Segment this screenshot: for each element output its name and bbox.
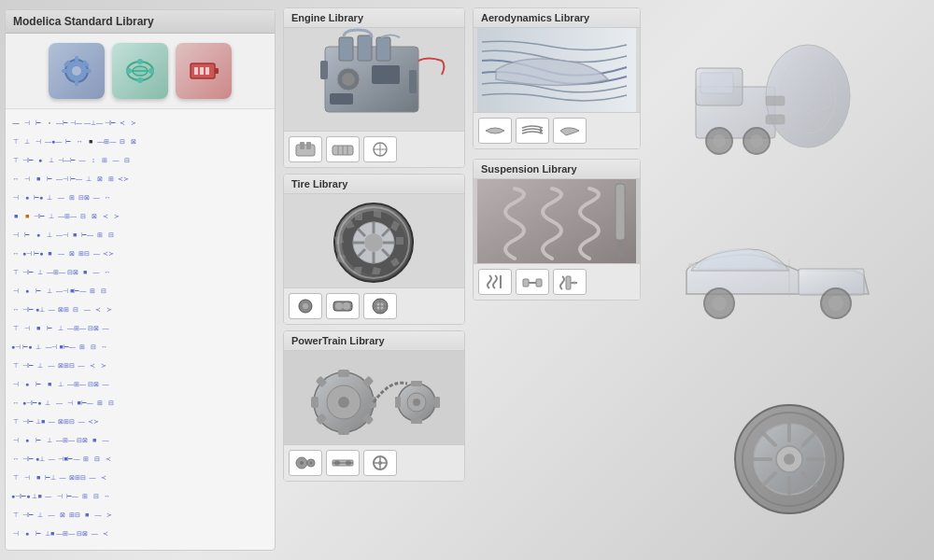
engine-icon-1[interactable] bbox=[289, 136, 322, 162]
svg-point-115 bbox=[712, 296, 727, 311]
svg-point-110 bbox=[750, 134, 763, 147]
symbol-row: ⊣●⊢⊥■—⊞—⊟⊠—≺ bbox=[7, 524, 273, 542]
aero-icon-1[interactable] bbox=[478, 118, 512, 144]
gear-icon[interactable] bbox=[49, 43, 105, 99]
symbol-rows: —⊣⊢▪—⊢⊣——⊥—⊣⊢≺≻ ⊤⊥⊣—●—⊢↔■—⊞—⊟⊠ ⊤⊣⊢●⊥⊣—⊢—… bbox=[6, 109, 275, 551]
svg-point-57 bbox=[343, 302, 350, 310]
svg-rect-79 bbox=[434, 397, 440, 408]
engine-library-title: Engine Library bbox=[284, 8, 464, 28]
symbol-row: ⊣●⊢⊥—⊞—⊟⊠■— bbox=[7, 430, 273, 449]
engine-library-card: Engine Library bbox=[283, 7, 465, 168]
svg-rect-4 bbox=[62, 69, 69, 73]
svg-point-108 bbox=[713, 134, 726, 147]
svg-point-54 bbox=[303, 303, 308, 309]
symbol-row: ⊤⊣⊢⊥■—⊠⊞⊟—≺≻ bbox=[7, 412, 273, 430]
connection-icon[interactable] bbox=[112, 43, 168, 99]
svg-rect-101 bbox=[566, 276, 571, 289]
svg-point-13 bbox=[137, 59, 143, 64]
symbol-row: ⊤⊣⊢⊥—⊠⊞⊟—≺≻ bbox=[7, 356, 273, 374]
svg-rect-21 bbox=[339, 37, 353, 61]
svg-rect-95 bbox=[616, 184, 625, 240]
engine-icon-2[interactable] bbox=[326, 136, 360, 162]
tire-small-icons bbox=[284, 287, 464, 324]
suspension-icon-3[interactable] bbox=[553, 269, 587, 295]
symbol-row: ↔⊣■⊢—⊣⊢—⊥⊠⊞≺≻ bbox=[7, 169, 273, 188]
tire-library-card: Tire Library bbox=[283, 174, 465, 325]
symbol-row: ↔●⊣⊢●⊥—⊣■⊢—⊞⊟ bbox=[7, 542, 273, 551]
symbol-row: ⊤⊣⊢●⊥⊣—⊢—↕⊞—⊟ bbox=[7, 150, 273, 169]
engine-icon-3[interactable] bbox=[363, 136, 397, 162]
models-panel bbox=[644, 0, 934, 560]
suspension-icon-2[interactable] bbox=[516, 269, 549, 295]
suspension-small-icons bbox=[474, 263, 640, 300]
symbol-row: ■■⊣⊢⊥—⊞—⊟⊠≺≻ bbox=[7, 206, 273, 225]
aero-icon-3[interactable] bbox=[553, 118, 587, 144]
svg-rect-2 bbox=[75, 56, 78, 63]
svg-rect-112 bbox=[766, 115, 785, 124]
suspension-library-title: Suspension Library bbox=[474, 160, 640, 179]
center-panel: Engine Library bbox=[283, 7, 465, 553]
battery-icon[interactable] bbox=[176, 43, 232, 99]
svg-rect-31 bbox=[300, 142, 304, 149]
symbol-row: ⊣⊢●⊥—⊣■⊢—⊞⊟ bbox=[7, 225, 273, 244]
symbol-row: ↔⊣⊢●⊥—⊠⊞⊟—≺≻ bbox=[7, 300, 273, 318]
svg-point-75 bbox=[413, 399, 420, 406]
svg-point-132 bbox=[784, 454, 795, 465]
powertrain-small-icons bbox=[284, 444, 464, 481]
powertrain-icon-2[interactable] bbox=[326, 450, 360, 476]
svg-rect-67 bbox=[311, 397, 318, 408]
svg-rect-18 bbox=[200, 67, 204, 75]
tire-icon-1[interactable] bbox=[289, 293, 322, 319]
left-panel-title: Modelica Standard Library bbox=[6, 10, 275, 34]
svg-point-117 bbox=[828, 296, 843, 311]
svg-point-25 bbox=[342, 73, 355, 86]
svg-point-12 bbox=[149, 68, 154, 74]
svg-rect-30 bbox=[296, 145, 315, 156]
svg-rect-17 bbox=[194, 67, 198, 75]
svg-rect-29 bbox=[320, 61, 328, 79]
tire-icon-2[interactable] bbox=[326, 293, 360, 319]
svg-point-81 bbox=[300, 461, 304, 465]
svg-rect-3 bbox=[75, 78, 78, 86]
svg-rect-23 bbox=[376, 37, 390, 61]
svg-rect-27 bbox=[330, 93, 353, 105]
svg-rect-66 bbox=[338, 427, 349, 435]
powertrain-icon-3[interactable] bbox=[363, 450, 397, 476]
engine-library-image bbox=[284, 28, 464, 131]
suspension-icon-1[interactable] bbox=[478, 269, 512, 295]
tire-icon-3[interactable] bbox=[363, 293, 397, 319]
engine-small-icons bbox=[284, 131, 464, 167]
svg-rect-77 bbox=[411, 418, 422, 424]
svg-rect-98 bbox=[523, 279, 529, 287]
symbol-row: ⊤⊣⊢⊥—⊠⊞⊟■—≻ bbox=[7, 505, 273, 524]
pickup-truck-model bbox=[668, 233, 911, 327]
powertrain-icon-1[interactable] bbox=[289, 450, 322, 476]
top-icons-row bbox=[6, 34, 275, 109]
aero-icon-2[interactable] bbox=[516, 118, 549, 144]
cement-mixer-model bbox=[686, 40, 892, 161]
symbol-row: ↔●⊣⊢●■—⊠⊞⊟—≺≻ bbox=[7, 244, 273, 262]
aerodynamics-library-title: Aerodynamics Library bbox=[474, 8, 640, 28]
symbol-row: ⊣●⊢⊥—⊣■⊢—⊞⊟ bbox=[7, 281, 273, 300]
left-panel: Modelica Standard Library bbox=[5, 9, 276, 551]
symbol-row: ⊤⊣■⊢⊥—⊞—⊟⊠— bbox=[7, 318, 273, 337]
svg-point-64 bbox=[338, 397, 349, 408]
symbol-row: ⊤⊣■⊢⊥—⊠⊞⊟—≺ bbox=[7, 468, 273, 486]
powertrain-library-card: PowerTrain Library bbox=[283, 330, 465, 482]
svg-rect-16 bbox=[215, 68, 219, 74]
svg-rect-19 bbox=[205, 67, 209, 75]
symbol-row: ⊤⊣⊢⊥—⊞—⊟⊠■—↔ bbox=[7, 262, 273, 281]
aero-small-icons bbox=[474, 112, 640, 148]
svg-point-91 bbox=[378, 461, 382, 465]
svg-point-1 bbox=[72, 66, 81, 76]
svg-rect-119 bbox=[688, 263, 696, 268]
svg-point-56 bbox=[335, 302, 343, 310]
svg-point-43 bbox=[364, 233, 383, 252]
svg-rect-96 bbox=[617, 240, 623, 259]
right-column: Aerodynamics Library bbox=[473, 7, 641, 553]
svg-rect-22 bbox=[358, 35, 372, 61]
tire-library-image bbox=[284, 194, 464, 287]
symbol-row: ⊣●⊢■⊥—⊞—⊟⊠— bbox=[7, 374, 273, 393]
svg-rect-111 bbox=[766, 96, 785, 105]
symbol-row: ⊣●⊢●⊥—⊞⊟⊠—↔ bbox=[7, 188, 273, 206]
